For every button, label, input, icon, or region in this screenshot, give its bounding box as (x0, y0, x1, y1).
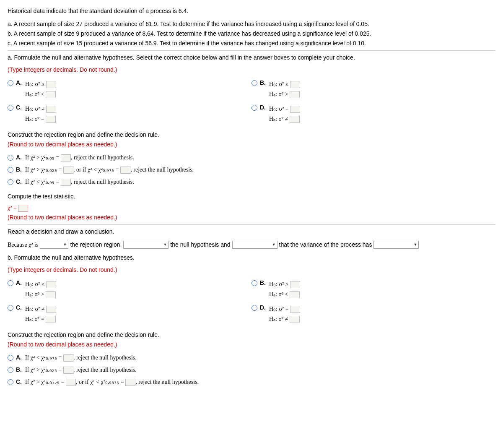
aB-ha-input[interactable] (290, 91, 300, 98)
a-rej-C-pre: If χ² < χ²₀.₉₅ = (25, 179, 59, 185)
bD-h0-input[interactable] (290, 306, 300, 313)
b-rej-C-post: , reject the null hypothesis. (135, 379, 199, 385)
radio-a-D[interactable] (252, 105, 257, 111)
parta-hint2: (Round to two decimal places as needed.) (8, 140, 495, 149)
parta-stat-input[interactable] (18, 205, 28, 212)
bC-ha-input[interactable] (46, 316, 56, 323)
a-rej-C-input[interactable] (61, 179, 71, 186)
aA-h0-input[interactable] (46, 81, 56, 88)
aB-h0: H₀: σ² ≤ (269, 81, 288, 87)
aC-h0: H₀: σ² ≠ (25, 106, 44, 112)
conc-1: Because χ² is (8, 240, 38, 249)
label-a-rej-C: C. (16, 177, 22, 186)
label-a-C: C. (16, 103, 22, 112)
bB-h0: H₀: σ² ≥ (269, 281, 288, 287)
label-a-D: D. (260, 103, 266, 112)
radio-a-B[interactable] (252, 80, 257, 86)
partb-hypothesis-choices: A. H₀: σ² ≤ Hₐ: σ² > B. H₀: σ² ≥ Hₐ: σ² … (8, 277, 495, 326)
parta-hypothesis-choices: A. H₀: σ² ≥ Hₐ: σ² < B. H₀: σ² ≤ Hₐ: σ² … (8, 77, 495, 126)
parta-hint1: (Type integers or decimals. Do not round… (8, 65, 495, 74)
conc-sel-2[interactable] (123, 241, 169, 249)
radio-b-rej-C[interactable] (8, 379, 13, 385)
label-b-rej-B: B. (16, 365, 22, 374)
b-rej-B-post: , reject the null hypothesis. (73, 367, 137, 373)
label-b-rej-C: C. (16, 378, 22, 386)
aA-h0: H₀: σ² ≥ (25, 81, 44, 87)
aC-h0-input[interactable] (46, 106, 56, 113)
intro-line-0: Historical data indicate that the standa… (8, 7, 495, 16)
bB-ha-input[interactable] (290, 291, 300, 298)
label-a-rej-A: A. (16, 153, 22, 162)
aD-h0: H₀: σ² = (269, 106, 289, 112)
label-b-A: A. (16, 279, 22, 287)
aD-ha: Hₐ: σ² ≠ (269, 116, 288, 122)
radio-b-D[interactable] (252, 305, 257, 311)
b-rej-C-mid: , or if χ² < χ²₀.₉₈₇₅ = (76, 379, 124, 385)
a-rej-B-mid: , or if χ² < χ²₀.₉₇₅ = (73, 167, 119, 173)
aB-ha: Hₐ: σ² > (269, 91, 288, 97)
bA-h0-input[interactable] (46, 281, 56, 288)
radio-b-C[interactable] (8, 305, 13, 311)
radio-b-rej-B[interactable] (8, 367, 13, 373)
radio-a-rej-B[interactable] (8, 167, 13, 173)
radio-b-rej-A[interactable] (8, 355, 13, 361)
b-rej-C-input2[interactable] (125, 379, 135, 386)
partb-q1: b. Formulate the null and alternative hy… (8, 253, 495, 262)
conc-sel-3[interactable] (232, 241, 277, 249)
bD-ha: Hₐ: σ² ≠ (269, 316, 288, 322)
conc-sel-4[interactable] (373, 241, 419, 249)
b-rej-B-input[interactable] (63, 367, 73, 374)
bA-ha-input[interactable] (46, 291, 56, 298)
a-rej-B-input2[interactable] (120, 167, 130, 174)
label-a-B: B. (260, 78, 266, 87)
parta-stat-label: χ² = (8, 205, 17, 211)
partb-hint2: (Round to two decimal places as needed.) (8, 340, 495, 349)
label-a-rej-B: B. (16, 165, 22, 174)
conc-4: that the variance of the process has (279, 240, 372, 249)
a-rej-A-post: , reject the null hypothesis. (71, 154, 134, 161)
b-rej-A-input[interactable] (63, 354, 73, 362)
label-b-C: C. (16, 303, 22, 312)
radio-a-A[interactable] (8, 80, 13, 86)
b-rej-B-pre: If χ² > χ²₀.₀₂₅ = (25, 367, 62, 373)
radio-a-C[interactable] (8, 105, 13, 111)
parta-q2: Construct the rejection region and defin… (8, 130, 495, 139)
parta-q1: a. Formulate the null and alternative hy… (8, 53, 495, 62)
partb-q2: Construct the rejection region and defin… (8, 331, 495, 339)
bA-h0: H₀: σ² ≤ (25, 281, 44, 287)
b-rej-A-pre: If χ² < χ²₀.₉₇₅ = (25, 354, 62, 361)
partb-hint1: (Type integers or decimals. Do not round… (8, 266, 495, 274)
label-b-B: B. (260, 279, 266, 287)
b-rej-C-input1[interactable] (66, 379, 76, 386)
a-rej-A-pre: If χ² > χ²₀.₀₅ = (25, 154, 59, 161)
bB-ha: Hₐ: σ² < (269, 291, 288, 297)
conc-sel-1[interactable] (40, 241, 68, 249)
a-rej-B-pre: If χ² > χ²₀.₀₂₅ = (25, 167, 62, 173)
a-rej-B-input1[interactable] (63, 167, 73, 174)
bB-h0-input[interactable] (290, 281, 300, 288)
bD-h0: H₀: σ² = (269, 306, 289, 312)
aD-h0-input[interactable] (290, 106, 300, 113)
intro-line-c: c. A recent sample of size 15 produced a… (8, 39, 495, 48)
aB-h0-input[interactable] (290, 81, 300, 88)
parta-q4: Reach a decision and draw a conclusion. (8, 227, 495, 236)
bC-h0: H₀: σ² ≠ (25, 306, 44, 312)
radio-a-rej-C[interactable] (8, 179, 13, 185)
parta-q3: Compute the test statistic. (8, 192, 495, 201)
aA-ha-input[interactable] (46, 91, 56, 98)
a-rej-A-input[interactable] (61, 154, 71, 161)
radio-b-B[interactable] (252, 280, 257, 286)
aD-ha-input[interactable] (290, 116, 300, 123)
bA-ha: Hₐ: σ² > (25, 291, 44, 297)
aC-ha-input[interactable] (46, 116, 56, 123)
intro-line-b: b. A recent sample of size 9 produced a … (8, 29, 495, 38)
bC-h0-input[interactable] (46, 306, 56, 313)
radio-a-rej-A[interactable] (8, 155, 13, 161)
b-rej-C-pre: If χ² > χ²₀.₀₁₂₅ = (25, 379, 64, 385)
label-a-A: A. (16, 78, 22, 87)
conc-2: the rejection region, (70, 240, 122, 249)
conc-3: the null hypothesis and (170, 240, 230, 249)
label-b-rej-A: A. (16, 353, 22, 362)
radio-b-A[interactable] (8, 280, 13, 286)
bD-ha-input[interactable] (290, 316, 300, 323)
